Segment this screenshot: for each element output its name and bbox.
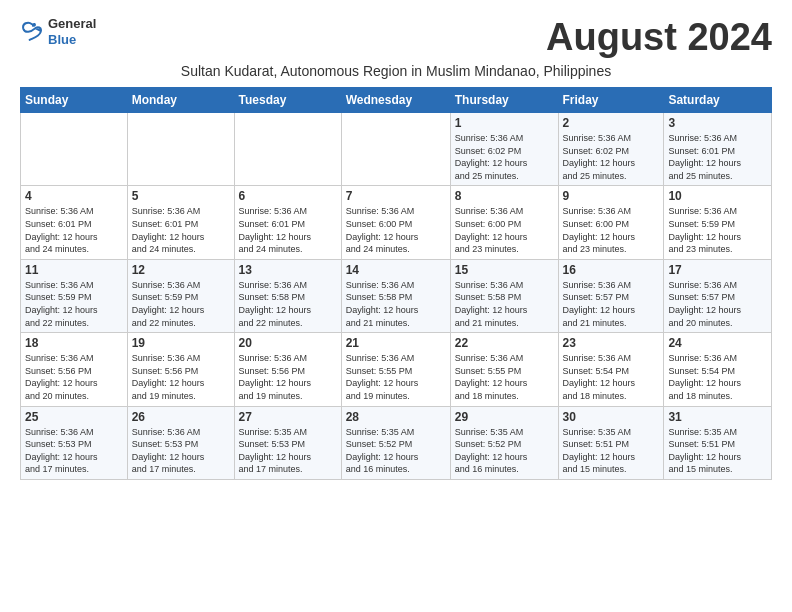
calendar-cell: 7Sunrise: 5:36 AM Sunset: 6:00 PM Daylig… <box>341 186 450 259</box>
day-number: 20 <box>239 336 337 350</box>
calendar-cell: 16Sunrise: 5:36 AM Sunset: 5:57 PM Dayli… <box>558 259 664 332</box>
calendar-cell: 25Sunrise: 5:36 AM Sunset: 5:53 PM Dayli… <box>21 406 128 479</box>
calendar-cell: 17Sunrise: 5:36 AM Sunset: 5:57 PM Dayli… <box>664 259 772 332</box>
day-number: 15 <box>455 263 554 277</box>
day-number: 19 <box>132 336 230 350</box>
day-info: Sunrise: 5:36 AM Sunset: 5:55 PM Dayligh… <box>455 352 554 402</box>
day-info: Sunrise: 5:36 AM Sunset: 6:02 PM Dayligh… <box>563 132 660 182</box>
calendar-cell: 14Sunrise: 5:36 AM Sunset: 5:58 PM Dayli… <box>341 259 450 332</box>
day-info: Sunrise: 5:36 AM Sunset: 5:58 PM Dayligh… <box>346 279 446 329</box>
header-day-sunday: Sunday <box>21 88 128 113</box>
day-info: Sunrise: 5:36 AM Sunset: 5:58 PM Dayligh… <box>455 279 554 329</box>
calendar-cell: 15Sunrise: 5:36 AM Sunset: 5:58 PM Dayli… <box>450 259 558 332</box>
calendar-cell: 21Sunrise: 5:36 AM Sunset: 5:55 PM Dayli… <box>341 333 450 406</box>
day-info: Sunrise: 5:35 AM Sunset: 5:52 PM Dayligh… <box>346 426 446 476</box>
day-number: 21 <box>346 336 446 350</box>
calendar-cell: 3Sunrise: 5:36 AM Sunset: 6:01 PM Daylig… <box>664 113 772 186</box>
day-info: Sunrise: 5:36 AM Sunset: 6:01 PM Dayligh… <box>25 205 123 255</box>
calendar-cell: 30Sunrise: 5:35 AM Sunset: 5:51 PM Dayli… <box>558 406 664 479</box>
day-info: Sunrise: 5:36 AM Sunset: 5:59 PM Dayligh… <box>132 279 230 329</box>
day-number: 27 <box>239 410 337 424</box>
day-info: Sunrise: 5:36 AM Sunset: 5:54 PM Dayligh… <box>563 352 660 402</box>
day-number: 7 <box>346 189 446 203</box>
day-info: Sunrise: 5:36 AM Sunset: 6:01 PM Dayligh… <box>132 205 230 255</box>
logo-bird-icon <box>20 21 44 43</box>
day-info: Sunrise: 5:36 AM Sunset: 5:57 PM Dayligh… <box>563 279 660 329</box>
day-info: Sunrise: 5:36 AM Sunset: 5:53 PM Dayligh… <box>132 426 230 476</box>
calendar-cell: 13Sunrise: 5:36 AM Sunset: 5:58 PM Dayli… <box>234 259 341 332</box>
day-info: Sunrise: 5:36 AM Sunset: 5:54 PM Dayligh… <box>668 352 767 402</box>
header-day-tuesday: Tuesday <box>234 88 341 113</box>
week-row-1: 1Sunrise: 5:36 AM Sunset: 6:02 PM Daylig… <box>21 113 772 186</box>
day-number: 30 <box>563 410 660 424</box>
day-info: Sunrise: 5:35 AM Sunset: 5:52 PM Dayligh… <box>455 426 554 476</box>
month-title: August 2024 <box>546 16 772 59</box>
day-info: Sunrise: 5:36 AM Sunset: 5:55 PM Dayligh… <box>346 352 446 402</box>
day-number: 10 <box>668 189 767 203</box>
calendar-cell: 23Sunrise: 5:36 AM Sunset: 5:54 PM Dayli… <box>558 333 664 406</box>
day-info: Sunrise: 5:36 AM Sunset: 6:01 PM Dayligh… <box>239 205 337 255</box>
header-day-saturday: Saturday <box>664 88 772 113</box>
day-number: 24 <box>668 336 767 350</box>
week-row-4: 18Sunrise: 5:36 AM Sunset: 5:56 PM Dayli… <box>21 333 772 406</box>
day-number: 28 <box>346 410 446 424</box>
week-row-2: 4Sunrise: 5:36 AM Sunset: 6:01 PM Daylig… <box>21 186 772 259</box>
calendar-table: SundayMondayTuesdayWednesdayThursdayFrid… <box>20 87 772 480</box>
day-info: Sunrise: 5:36 AM Sunset: 5:56 PM Dayligh… <box>239 352 337 402</box>
calendar-cell: 1Sunrise: 5:36 AM Sunset: 6:02 PM Daylig… <box>450 113 558 186</box>
week-row-3: 11Sunrise: 5:36 AM Sunset: 5:59 PM Dayli… <box>21 259 772 332</box>
header-day-monday: Monday <box>127 88 234 113</box>
day-number: 1 <box>455 116 554 130</box>
calendar-cell: 24Sunrise: 5:36 AM Sunset: 5:54 PM Dayli… <box>664 333 772 406</box>
calendar-cell: 19Sunrise: 5:36 AM Sunset: 5:56 PM Dayli… <box>127 333 234 406</box>
day-number: 29 <box>455 410 554 424</box>
day-number: 31 <box>668 410 767 424</box>
calendar-cell <box>21 113 128 186</box>
day-info: Sunrise: 5:36 AM Sunset: 5:59 PM Dayligh… <box>25 279 123 329</box>
day-number: 23 <box>563 336 660 350</box>
day-info: Sunrise: 5:36 AM Sunset: 6:00 PM Dayligh… <box>455 205 554 255</box>
day-number: 13 <box>239 263 337 277</box>
calendar-cell: 2Sunrise: 5:36 AM Sunset: 6:02 PM Daylig… <box>558 113 664 186</box>
calendar-cell: 18Sunrise: 5:36 AM Sunset: 5:56 PM Dayli… <box>21 333 128 406</box>
calendar-cell <box>341 113 450 186</box>
day-number: 9 <box>563 189 660 203</box>
day-info: Sunrise: 5:36 AM Sunset: 6:01 PM Dayligh… <box>668 132 767 182</box>
day-number: 14 <box>346 263 446 277</box>
day-number: 26 <box>132 410 230 424</box>
day-number: 16 <box>563 263 660 277</box>
logo-blue: Blue <box>48 32 96 48</box>
calendar-cell <box>127 113 234 186</box>
day-info: Sunrise: 5:35 AM Sunset: 5:51 PM Dayligh… <box>668 426 767 476</box>
subtitle: Sultan Kudarat, Autonomous Region in Mus… <box>20 63 772 79</box>
day-info: Sunrise: 5:36 AM Sunset: 5:53 PM Dayligh… <box>25 426 123 476</box>
day-number: 12 <box>132 263 230 277</box>
calendar-cell <box>234 113 341 186</box>
calendar-header-row: SundayMondayTuesdayWednesdayThursdayFrid… <box>21 88 772 113</box>
day-info: Sunrise: 5:36 AM Sunset: 6:02 PM Dayligh… <box>455 132 554 182</box>
calendar-cell: 26Sunrise: 5:36 AM Sunset: 5:53 PM Dayli… <box>127 406 234 479</box>
day-number: 6 <box>239 189 337 203</box>
header-day-friday: Friday <box>558 88 664 113</box>
day-info: Sunrise: 5:36 AM Sunset: 5:56 PM Dayligh… <box>25 352 123 402</box>
calendar-cell: 31Sunrise: 5:35 AM Sunset: 5:51 PM Dayli… <box>664 406 772 479</box>
day-number: 2 <box>563 116 660 130</box>
calendar-cell: 4Sunrise: 5:36 AM Sunset: 6:01 PM Daylig… <box>21 186 128 259</box>
day-number: 5 <box>132 189 230 203</box>
week-row-5: 25Sunrise: 5:36 AM Sunset: 5:53 PM Dayli… <box>21 406 772 479</box>
header: General Blue August 2024 <box>20 16 772 59</box>
day-number: 17 <box>668 263 767 277</box>
day-number: 3 <box>668 116 767 130</box>
day-number: 18 <box>25 336 123 350</box>
calendar-cell: 29Sunrise: 5:35 AM Sunset: 5:52 PM Dayli… <box>450 406 558 479</box>
day-info: Sunrise: 5:35 AM Sunset: 5:53 PM Dayligh… <box>239 426 337 476</box>
calendar-cell: 28Sunrise: 5:35 AM Sunset: 5:52 PM Dayli… <box>341 406 450 479</box>
calendar-cell: 9Sunrise: 5:36 AM Sunset: 6:00 PM Daylig… <box>558 186 664 259</box>
logo-general: General <box>48 16 96 32</box>
day-info: Sunrise: 5:36 AM Sunset: 5:59 PM Dayligh… <box>668 205 767 255</box>
day-info: Sunrise: 5:36 AM Sunset: 5:57 PM Dayligh… <box>668 279 767 329</box>
calendar-cell: 10Sunrise: 5:36 AM Sunset: 5:59 PM Dayli… <box>664 186 772 259</box>
calendar-cell: 5Sunrise: 5:36 AM Sunset: 6:01 PM Daylig… <box>127 186 234 259</box>
calendar-cell: 12Sunrise: 5:36 AM Sunset: 5:59 PM Dayli… <box>127 259 234 332</box>
header-day-wednesday: Wednesday <box>341 88 450 113</box>
